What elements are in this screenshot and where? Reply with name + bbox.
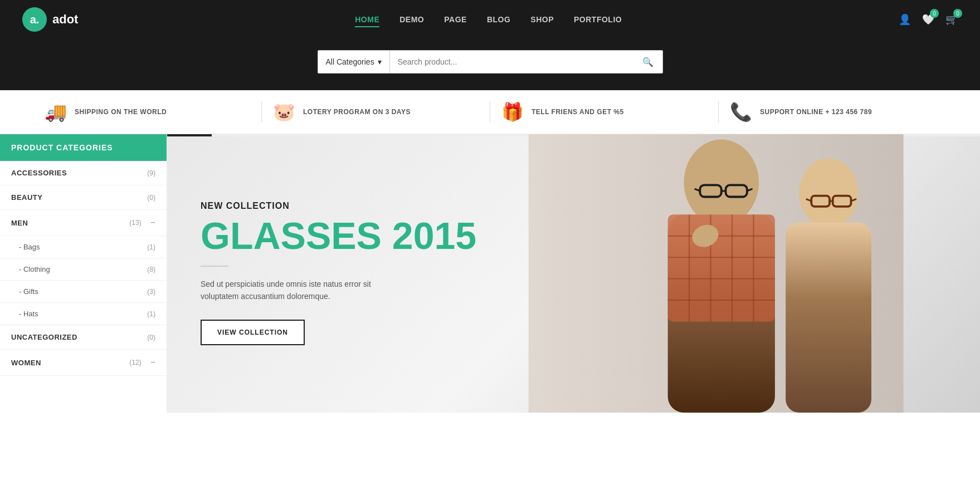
slider-progress [167, 134, 212, 136]
search-button[interactable]: 🔍 [633, 51, 662, 73]
hero-divider [201, 266, 228, 267]
nav-link-shop[interactable]: SHOP [530, 15, 554, 24]
logo-icon: a. [22, 7, 47, 32]
support-icon: 📞 [730, 101, 752, 123]
feature-support: 📞 SUPPORT ONLINE + 123 456 789 [719, 101, 947, 123]
nav-link-portfolio[interactable]: PORTFOLIO [574, 15, 622, 24]
feature-shipping-text: SHIPPING ON THE WORLD [75, 108, 167, 116]
main-layout: PRODUCT CATEGORIES ACCESSORIES (9) BEAUT… [0, 134, 980, 413]
cat-accessories-name: ACCESSORIES [11, 169, 67, 177]
subcat-clothing-name: - Clothing [19, 265, 50, 273]
nav-link-blog[interactable]: BLOG [487, 15, 510, 24]
subcat-bags[interactable]: - Bags (1) [0, 236, 167, 258]
cat-men-count: (13) [129, 219, 141, 227]
nav-item-portfolio[interactable]: PORTFOLIO [574, 14, 622, 25]
nav-item-page[interactable]: PAGE [444, 14, 467, 25]
nav-item-demo[interactable]: DEMO [399, 14, 424, 25]
brand-name: adot [52, 12, 78, 27]
lottery-icon: 🐷 [273, 101, 295, 123]
hero-description: Sed ut perspiciatis unde omnis iste natu… [201, 278, 390, 303]
feature-referral-text: TELL FRIENS AND GET %5 [532, 108, 624, 116]
cart-button[interactable]: 🛒 0 [945, 13, 958, 26]
category-men[interactable]: MEN (13) − [0, 210, 167, 236]
sidebar: PRODUCT CATEGORIES ACCESSORIES (9) BEAUT… [0, 134, 167, 413]
feature-lottery: 🐷 LOTERY PROGRAM ON 3 DAYS [262, 101, 490, 123]
hero-subtitle: NEW COLLECTION [201, 201, 476, 211]
account-button[interactable]: 👤 [899, 13, 911, 26]
category-women[interactable]: WOMEN (12) − [0, 350, 167, 376]
category-beauty[interactable]: BEAUTY (0) [0, 185, 167, 210]
hero-title: GLASSES 2015 [201, 217, 476, 254]
svg-rect-18 [786, 223, 871, 413]
feature-referral: 🎁 TELL FRIENS AND GET %5 [490, 101, 719, 123]
hero-content: NEW COLLECTION GLASSES 2015 Sed ut persp… [201, 201, 476, 345]
nav-item-home[interactable]: HOME [355, 14, 379, 25]
subcat-hats[interactable]: - Hats (1) [0, 303, 167, 325]
svg-rect-8 [667, 214, 774, 321]
subcat-gifts-name: - Gifts [19, 287, 38, 296]
cat-women-count: (12) [129, 359, 141, 366]
nav-link-demo[interactable]: DEMO [399, 15, 424, 24]
search-bar-section: All Categories ▾ 🔍 [0, 39, 980, 90]
shipping-icon: 🚚 [45, 101, 67, 123]
cat-beauty-count: (0) [147, 194, 155, 202]
subcat-clothing[interactable]: - Clothing (8) [0, 258, 167, 281]
nav-link-home[interactable]: HOME [355, 15, 379, 27]
cat-uncategorized-count: (0) [147, 334, 155, 341]
chevron-down-icon: ▾ [378, 57, 382, 66]
category-label: All Categories [326, 57, 374, 66]
nav-item-blog[interactable]: BLOG [487, 14, 510, 25]
category-select[interactable]: All Categories ▾ [318, 51, 390, 73]
collapse-icon: − [150, 218, 155, 228]
cat-men-name: MEN [11, 219, 28, 227]
search-input[interactable] [390, 51, 633, 73]
women-collapse-icon: − [150, 357, 155, 368]
subcat-hats-name: - Hats [19, 310, 38, 318]
subcat-clothing-count: (8) [147, 266, 155, 273]
logo-area[interactable]: a. adot [22, 7, 78, 32]
wishlist-button[interactable]: 🤍 0 [922, 13, 934, 26]
feature-lottery-text: LOTERY PROGRAM ON 3 DAYS [303, 108, 411, 116]
feature-shipping: 🚚 SHIPPING ON THE WORLD [33, 101, 262, 123]
category-accessories[interactable]: ACCESSORIES (9) [0, 161, 167, 185]
nav-icons: 👤 🤍 0 🛒 0 [899, 13, 958, 26]
hero-section: NEW COLLECTION GLASSES 2015 Sed ut persp… [167, 134, 980, 413]
subcat-gifts-count: (3) [147, 288, 155, 296]
feature-support-text: SUPPORT ONLINE + 123 456 789 [760, 108, 872, 116]
cat-beauty-name: BEAUTY [11, 193, 42, 202]
view-collection-button[interactable]: VIEW COLLECTION [201, 320, 305, 345]
sidebar-header: PRODUCT CATEGORIES [0, 134, 167, 161]
nav-link-page[interactable]: PAGE [444, 15, 467, 24]
navbar: a. adot HOME DEMO PAGE BLOG SHOP PORTFOL… [0, 0, 980, 39]
subcat-hats-count: (1) [147, 310, 155, 318]
cat-uncategorized-name: UNCATEGORIZED [11, 333, 77, 341]
referral-icon: 🎁 [501, 101, 524, 123]
features-bar: 🚚 SHIPPING ON THE WORLD 🐷 LOTERY PROGRAM… [0, 90, 980, 134]
search-container: All Categories ▾ 🔍 [318, 50, 663, 74]
svg-point-17 [799, 158, 858, 228]
hero-illustration [452, 134, 980, 413]
wishlist-badge: 0 [930, 9, 939, 18]
category-uncategorized[interactable]: UNCATEGORIZED (0) [0, 325, 167, 350]
subcat-gifts[interactable]: - Gifts (3) [0, 281, 167, 303]
cart-badge: 0 [953, 9, 962, 18]
svg-point-1 [684, 140, 759, 226]
cat-accessories-count: (9) [147, 169, 155, 177]
cat-women-name: WOMEN [11, 359, 41, 367]
subcat-bags-name: - Bags [19, 243, 40, 251]
hero-people [452, 134, 980, 413]
nav-links: HOME DEMO PAGE BLOG SHOP PORTFOLIO [355, 14, 622, 25]
subcat-bags-count: (1) [147, 243, 155, 251]
nav-item-shop[interactable]: SHOP [530, 14, 554, 25]
